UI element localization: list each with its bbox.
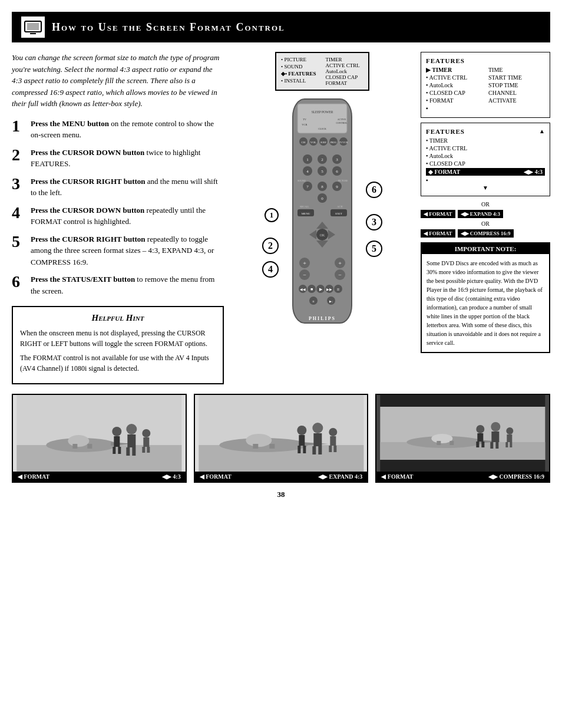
svg-rect-119 — [381, 460, 546, 472]
svg-rect-130 — [482, 442, 485, 447]
svg-text:TV: TV — [303, 118, 307, 121]
svg-rect-125 — [437, 441, 441, 445]
important-note-title: IMPORTANT NOTE: — [422, 243, 549, 254]
svg-rect-111 — [312, 446, 316, 454]
format-option-compress: ◀ FORMAT ◀▶ COMPRESS 16:9 — [421, 229, 550, 238]
features-left-1: ▶ TIMER • ACTIVE CTRL • AutoLock • CLOSE… — [426, 67, 482, 113]
svg-text:8: 8 — [321, 185, 323, 189]
svg-point-109 — [312, 423, 323, 433]
left-column: You can change the screen format size to… — [12, 52, 224, 384]
important-note: IMPORTANT NOTE: Some DVD Discs are encod… — [421, 242, 550, 353]
step-4-number: 4 — [12, 205, 25, 228]
step-5-text: Press the CURSOR RIGHT button repeatedly… — [31, 233, 224, 268]
svg-text:ACTIVE: ACTIVE — [338, 118, 346, 121]
step-6-text: Press the STATUS/EXIT button to remove t… — [31, 274, 224, 297]
svg-point-83 — [68, 435, 89, 447]
svg-point-124 — [432, 434, 453, 443]
features-menu-2: FEATURES ▲ • TIMER • ACTIVE CTRL • AutoL… — [421, 123, 550, 196]
svg-rect-132 — [492, 431, 500, 442]
features-title-1: FEATURES — [426, 57, 545, 64]
feat-autolock-2: • AutoLock — [426, 153, 545, 159]
step-1-number: 1 — [12, 118, 25, 141]
feat-activectrl-1: • ACTIVE CTRL — [426, 74, 482, 81]
feat-starttime: START TIME — [488, 74, 545, 81]
svg-text:5: 5 — [321, 169, 323, 174]
feat-activate: ACTIVATE — [488, 97, 545, 104]
features-row-1: ▶ TIMER • ACTIVE CTRL • AutoLock • CLOSE… — [426, 67, 545, 113]
step-4-text: Press the CURSOR DOWN button repeatedly … — [31, 205, 224, 228]
svg-rect-95 — [143, 437, 149, 447]
format-val-expand: ◀▶ EXPAND 4:3 — [458, 210, 503, 218]
svg-text:VCR: VCR — [302, 123, 307, 126]
svg-rect-128 — [478, 433, 484, 442]
svg-point-102 — [246, 434, 272, 447]
svg-rect-1 — [27, 23, 39, 30]
menu-item-install: • INSTALL — [281, 78, 316, 84]
svg-rect-88 — [113, 447, 115, 454]
or-text-1: OR — [421, 201, 550, 207]
svg-point-131 — [491, 422, 501, 431]
svg-text:9: 9 — [336, 185, 338, 189]
svg-text:−: − — [303, 272, 306, 278]
svg-rect-118 — [381, 395, 546, 407]
features-title-2: FEATURES — [426, 128, 465, 135]
svg-text:VOL: VOL — [310, 141, 316, 144]
svg-rect-91 — [127, 434, 135, 447]
svg-rect-85 — [87, 444, 92, 449]
svg-rect-87 — [114, 436, 120, 447]
svg-text:CH: CH — [302, 141, 306, 144]
svg-text:■: ■ — [310, 287, 313, 292]
feat-autolock-1: • AutoLock — [426, 82, 482, 88]
svg-point-90 — [126, 424, 137, 434]
menu-item-sound: • SOUND — [281, 64, 316, 70]
svg-text:▶▶: ▶▶ — [326, 288, 332, 291]
or-text-2: OR — [421, 220, 550, 227]
step-5: 5 Press the CURSOR RIGHT button repeated… — [12, 233, 224, 268]
svg-text:+: + — [338, 260, 342, 266]
svg-text:PICTURE: PICTURE — [338, 179, 348, 182]
demo-image-normal — [13, 395, 186, 472]
svg-text:▶|: ▶| — [329, 300, 332, 303]
svg-text:SURF: SURF — [320, 141, 327, 144]
format-demo-normal: ◀ FORMAT ◀▶ 4:3 — [12, 394, 187, 483]
step-overlay-3: 3 — [366, 214, 382, 230]
step-overlay-5: 5 — [366, 241, 382, 257]
feat-bullet-1: ▪ — [426, 105, 482, 111]
step-3-text: Press the CURSOR RIGHT button and the me… — [31, 176, 224, 199]
feat-timer-active: ▶ TIMER — [426, 67, 482, 73]
step-6-number: 6 — [12, 274, 25, 297]
svg-rect-115 — [329, 446, 332, 452]
step-overlay-2: 2 — [262, 238, 279, 254]
svg-text:II: II — [337, 288, 339, 291]
step-2-text: Press the CURSOR DOWN button twice to hi… — [31, 147, 224, 170]
feat-format-active: ◆ FORMAT ◀▶ 4:3 — [426, 168, 545, 176]
features-menu-1: FEATURES ▶ TIMER • ACTIVE CTRL • AutoLoc… — [421, 52, 550, 118]
format-val-compress: ◀▶ COMPRESS 16:9 — [458, 229, 514, 238]
svg-rect-107 — [297, 446, 300, 453]
demo-format-val-expand: ◀▶ EXPAND 4:3 — [318, 473, 362, 480]
format-demo-expand: ◀ FORMAT ◀▶ EXPAND 4:3 — [194, 394, 369, 483]
svg-rect-134 — [496, 442, 499, 449]
svg-rect-84 — [72, 444, 77, 449]
menu-item-features-active: ◆• FEATURES — [281, 71, 316, 77]
page-title-bar: How to Use the Screen Format Control — [12, 12, 550, 42]
svg-point-127 — [477, 425, 485, 433]
menu-item-format: FORMAT — [326, 80, 360, 86]
svg-rect-136 — [507, 434, 513, 442]
menu-item-autolock: AutoLock — [326, 68, 360, 74]
svg-rect-116 — [333, 446, 336, 452]
middle-column: • PICTURE • SOUND ◆• FEATURES • INSTALL … — [233, 52, 411, 384]
page-title: How to Use the Screen Format Control — [52, 21, 285, 34]
svg-text:MENU: MENU — [302, 212, 310, 215]
svg-text:ACTI: ACTI — [337, 205, 343, 208]
svg-point-86 — [112, 427, 121, 436]
svg-point-105 — [297, 426, 306, 435]
svg-text:CONTROL: CONTROL — [336, 121, 348, 124]
demo-format-val-normal: ◀▶ 4:3 — [162, 473, 181, 480]
svg-rect-97 — [147, 447, 150, 453]
demo-label-compress: ◀ FORMAT ◀▶ COMPRESS 16:9 — [376, 472, 549, 482]
demo-label-expand: ◀ FORMAT ◀▶ EXPAND 4:3 — [195, 472, 368, 482]
svg-rect-112 — [318, 446, 322, 454]
svg-rect-92 — [126, 447, 130, 456]
demo-image-compress — [376, 395, 549, 472]
